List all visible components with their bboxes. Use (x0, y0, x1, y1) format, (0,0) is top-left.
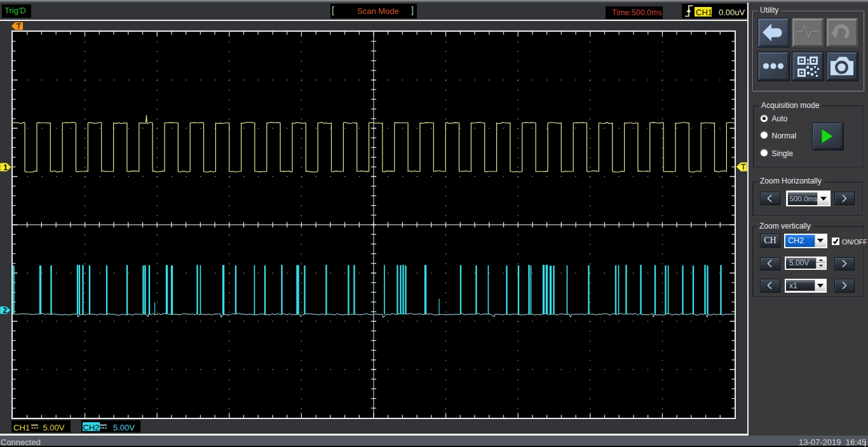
svg-text:1: 1 (3, 163, 8, 172)
svg-text:2: 2 (3, 306, 8, 314)
